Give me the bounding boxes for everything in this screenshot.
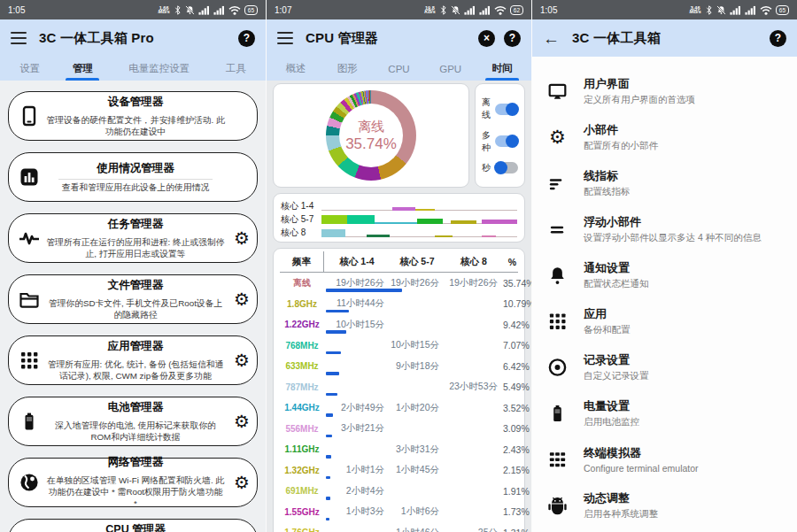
menu-icon[interactable]: [11, 32, 27, 44]
table-row[interactable]: 1.76GHz1小时46分25分1.31%: [280, 522, 518, 532]
core-usage-segment: [482, 220, 517, 224]
manager-card-网络管理器[interactable]: 网络管理器在单独的区域管理 Wi-Fi 网络配置和防火墙. 此功能仍在建设中 *…: [8, 458, 258, 507]
settings-gear-icon[interactable]: ⚙: [234, 229, 250, 247]
manager-card-使用情况管理器[interactable]: 使用情况管理器查看和管理应用在此设备上的使用情况: [8, 152, 258, 202]
core8-time-cell: [445, 356, 503, 377]
settings-gear-icon[interactable]: ⚙: [234, 412, 250, 430]
core8-time-cell: 19小时26分: [445, 273, 503, 294]
table-row[interactable]: 1.22GHz10小时15分9.42%: [280, 314, 518, 335]
tab-工具[interactable]: 工具: [209, 57, 262, 81]
percent-bar: [326, 476, 330, 480]
percent-cell: 6.42%: [503, 361, 531, 372]
manager-card-设备管理器[interactable]: 设备管理器管理设备的硬件配置文件，并安排维护活动. 此功能仍在建设中: [8, 91, 258, 141]
tab-管理[interactable]: 管理: [57, 57, 110, 81]
app-bar: CPU 管理器 × ?: [267, 19, 531, 57]
table-row[interactable]: 633MHz9小时18分6.42%: [280, 356, 518, 377]
menu-icon[interactable]: [277, 32, 293, 44]
frequency-label: 691MHz: [280, 486, 324, 496]
manager-card-CPU 管理器[interactable]: CPU 管理器更深入地调节CPU, 电池寿命或性能以及更多 * 需Root及内核…: [8, 519, 258, 532]
column-header: 核心 1-4: [324, 256, 390, 268]
menu-item-电量设置[interactable]: 电量设置启用电池监控: [532, 390, 797, 436]
settings-gear-icon[interactable]: ⚙: [234, 351, 250, 369]
manager-card-文件管理器[interactable]: 文件管理器管理你的SD卡文件, 手机文件及已Root设备上的隐藏路径⚙: [8, 274, 258, 324]
settings-gear-icon[interactable]: ⚙: [234, 474, 250, 491]
percent-cell: 35.74%: [503, 278, 531, 289]
menu-item-小部件[interactable]: ⚙小部件配置所有的小部件: [532, 114, 797, 160]
tab-图形[interactable]: 图形: [321, 57, 373, 81]
tab-概述[interactable]: 概述: [270, 57, 321, 81]
menu-item-线指标[interactable]: 线指标配置线指标: [532, 160, 797, 206]
table-row[interactable]: 1.11GHz3小时31分2.43%: [280, 439, 518, 460]
apps-grid-icon: [547, 312, 568, 332]
core8-time-cell: [445, 294, 503, 315]
menu-item-通知设置[interactable]: 通知设置配置状态栏通知: [532, 252, 797, 298]
frequency-label: 633MHz: [280, 361, 324, 371]
back-icon[interactable]: ←: [543, 30, 560, 47]
percent-bar: [326, 330, 346, 334]
menu-item-应用[interactable]: 应用备份和配置: [532, 298, 797, 344]
folder-icon: [19, 289, 40, 310]
help-button[interactable]: ?: [238, 30, 255, 47]
toggle-离线[interactable]: [495, 104, 518, 115]
status-icons: 19.8KB/s62: [424, 5, 523, 15]
core57-time-cell: [390, 314, 445, 335]
tab-时间[interactable]: 时间: [476, 57, 528, 81]
percent-cell: 3.52%: [503, 403, 531, 413]
tab-CPU[interactable]: CPU: [373, 57, 424, 81]
close-button[interactable]: ×: [478, 30, 495, 47]
core-usage-track: [321, 199, 517, 212]
tab-GPU[interactable]: GPU: [425, 57, 476, 81]
percent-cell: 7.07%: [503, 340, 531, 351]
table-row[interactable]: 768MHz10小时15分7.07%: [280, 335, 518, 357]
core57-time-cell: 19小时26分: [390, 273, 445, 294]
core14-time-cell: 11小时44分: [324, 294, 390, 315]
menu-item-title: 浮动小部件: [584, 214, 785, 230]
menu-item-description: 配置所有的小部件: [584, 140, 785, 152]
help-button[interactable]: ?: [770, 30, 786, 47]
menu-item-终端模拟器[interactable]: 终端模拟器Configure terminal emulator: [532, 436, 797, 482]
settings-gear-icon[interactable]: ⚙: [234, 290, 250, 308]
frequency-label: 1.44GHz: [280, 403, 324, 412]
table-row[interactable]: 1.44GHz2小时49分1小时20分3.52%: [280, 397, 518, 419]
core57-time-cell: 1小时45分: [390, 460, 445, 482]
manager-card-电池管理器[interactable]: 电池管理器深入地管理你的电池, 使用标记来获取你的ROM和内详细统计数据⚙: [8, 397, 258, 446]
tab-设置[interactable]: 设置: [4, 57, 57, 81]
help-button[interactable]: ?: [504, 30, 521, 47]
menu-item-记录设置[interactable]: 记录设置自定义记录设置: [532, 344, 797, 390]
manager-card-应用管理器[interactable]: 应用管理器管理所有应用: 优化, 统计, 备份 (包括短信和通话记录), 权限,…: [8, 335, 258, 385]
core14-time-cell: [324, 335, 390, 357]
percent-bar: [326, 372, 339, 375]
card-description: 管理设备的硬件配置文件，并安排维护活动. 此功能仍在建设中: [46, 115, 225, 137]
table-row[interactable]: 1.32GHz1小时1分1小时45分2.15%: [280, 460, 518, 482]
toggle-label: 秒: [482, 162, 491, 174]
menu-item-动态调整[interactable]: 动态调整启用各种系统调整: [532, 482, 797, 528]
record-icon: [547, 358, 568, 378]
menu-item-description: 设置浮动小部件以显示多达 4 种不同的信息: [584, 232, 785, 244]
toggle-秒[interactable]: [495, 162, 518, 173]
frequency-label: 1.32GHz: [280, 466, 324, 475]
frequency-label: 1.8GHz: [280, 299, 324, 309]
frequency-label: 1.55GHz: [280, 507, 324, 517]
core8-time-cell: [445, 460, 503, 482]
bluetooth-icon: [174, 5, 182, 15]
signal-icon: [213, 5, 225, 15]
table-row[interactable]: 1.55GHz1小时3分1小时6分1.73%: [280, 502, 518, 523]
manager-card-任务管理器[interactable]: 任务管理器管理所有正在运行的应用和进程: 终止或强制停止, 打开应用日志或设置等…: [8, 213, 258, 263]
menu-item-解锁功能[interactable]: 解锁功能: [532, 528, 797, 532]
core14-time-cell: 1小时3分: [324, 502, 390, 523]
table-row[interactable]: 1.8GHz11小时44分10.79%: [280, 294, 518, 315]
table-row[interactable]: 556MHz3小时21分3.09%: [280, 419, 518, 440]
chart-toggles-card: 离线多种秒: [475, 83, 525, 188]
status-bar: 1:051.66MB/s65: [0, 0, 266, 19]
table-row[interactable]: 离线19小时26分19小时26分19小时26分35.74%: [280, 273, 518, 294]
table-row[interactable]: 787MHz23小时53分5.49%: [280, 377, 518, 398]
cpu-time-donut-card: 离线 35.74%: [273, 83, 469, 188]
tab-电量监控设置[interactable]: 电量监控设置: [109, 57, 209, 81]
menu-item-浮动小部件[interactable]: 浮动小部件设置浮动小部件以显示多达 4 种不同的信息: [532, 206, 797, 252]
manager-card-list: 设备管理器管理设备的硬件配置文件，并安排维护活动. 此功能仍在建设中使用情况管理…: [0, 81, 266, 532]
table-row[interactable]: 691MHz2小时4分1.91%: [280, 481, 518, 502]
toggle-knob: [506, 135, 519, 148]
core-label: 核心 1-4: [281, 200, 321, 212]
toggle-多种[interactable]: [495, 135, 518, 147]
menu-item-用户界面[interactable]: 用户界面定义所有用户界面的首选项: [532, 68, 797, 114]
